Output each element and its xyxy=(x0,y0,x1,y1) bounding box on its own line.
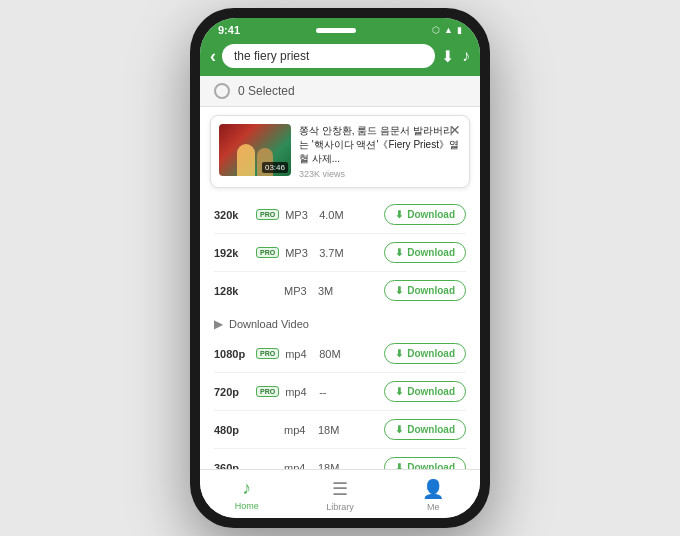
music-note-icon[interactable]: ♪ xyxy=(462,47,470,66)
search-input-wrap[interactable]: the fiery priest xyxy=(222,44,435,68)
video-download-row: 720p PRO mp4 -- ⬇ Download xyxy=(214,373,466,411)
download-button[interactable]: ⬇ Download xyxy=(384,204,466,225)
download-arrow-icon: ⬇ xyxy=(395,424,403,435)
video-card-body: 03:46 쫑삭 안창환, 룸드 음문서 발라버리는 '핵사이다 액션'《Fie… xyxy=(211,116,469,187)
format-label: mp4 xyxy=(284,424,312,436)
download-button[interactable]: ⬇ Download xyxy=(384,280,466,301)
download-button[interactable]: ⬇ Download xyxy=(384,457,466,469)
battery-icon: ▮ xyxy=(457,25,462,35)
home-nav-icon: ♪ xyxy=(242,478,251,499)
video-thumbnail: 03:46 xyxy=(219,124,291,176)
download-button[interactable]: ⬇ Download xyxy=(384,242,466,263)
me-nav-icon: 👤 xyxy=(422,478,444,500)
download-icon[interactable]: ⬇ xyxy=(441,47,454,66)
video-download-row: 360p mp4 18M ⬇ Download xyxy=(214,449,466,469)
bluetooth-icon: ⬡ xyxy=(432,25,440,35)
selected-count-label: 0 Selected xyxy=(238,84,295,98)
video-info: 쫑삭 안창환, 룸드 음문서 발라버리는 '핵사이다 액션'《Fiery Pri… xyxy=(299,124,461,179)
download-btn-label: Download xyxy=(407,285,455,296)
video-download-row: 1080p PRO mp4 80M ⬇ Download xyxy=(214,335,466,373)
phone-screen: 9:41 ⬡ ▲ ▮ ‹ the fiery priest ⬇ ♪ 0 xyxy=(200,18,480,518)
format-label: MP3 xyxy=(285,209,313,221)
video-card: ✕ 03:46 쫑삭 안창환, 룸드 음문서 발라버리는 '핵사이다 액션'《F… xyxy=(210,115,470,188)
back-button[interactable]: ‹ xyxy=(210,46,216,67)
file-size-label: 18M xyxy=(318,424,350,436)
download-arrow-icon: ⬇ xyxy=(395,209,403,220)
quality-label: 192k xyxy=(214,247,250,259)
select-all-checkbox[interactable] xyxy=(214,83,230,99)
quality-label: 320k xyxy=(214,209,250,221)
download-btn-label: Download xyxy=(407,424,455,435)
nav-item-library[interactable]: ☰ Library xyxy=(293,470,386,518)
video-download-row: 480p mp4 18M ⬇ Download xyxy=(214,411,466,449)
file-size-label: 4.0M xyxy=(319,209,351,221)
download-arrow-icon: ⬇ xyxy=(395,348,403,359)
signal-icon: ▲ xyxy=(444,25,453,35)
download-arrow-icon: ⬇ xyxy=(395,386,403,397)
bottom-nav: ♪ Home ☰ Library 👤 Me xyxy=(200,469,480,518)
library-nav-icon: ☰ xyxy=(332,478,348,500)
quality-label: 128k xyxy=(214,285,250,297)
audio-download-row: 192k PRO MP3 3.7M ⬇ Download xyxy=(214,234,466,272)
download-button[interactable]: ⬇ Download xyxy=(384,419,466,440)
quality-label: 360p xyxy=(214,462,250,470)
download-btn-label: Download xyxy=(407,209,455,220)
audio-download-row: 128k MP3 3M ⬇ Download xyxy=(214,272,466,309)
download-button[interactable]: ⬇ Download xyxy=(384,343,466,364)
quality-label: 480p xyxy=(214,424,250,436)
download-arrow-icon: ⬇ xyxy=(395,247,403,258)
pro-badge: PRO xyxy=(256,386,279,397)
close-icon[interactable]: ✕ xyxy=(449,122,461,138)
library-nav-label: Library xyxy=(326,502,354,512)
selected-bar: 0 Selected xyxy=(200,76,480,107)
main-content: ✕ 03:46 쫑삭 안창환, 룸드 음문서 발라버리는 '핵사이다 액션'《F… xyxy=(200,107,480,469)
video-camera-icon: ▶ xyxy=(214,317,223,331)
audio-download-row: 320k PRO MP3 4.0M ⬇ Download xyxy=(214,196,466,234)
format-label: mp4 xyxy=(284,462,312,470)
video-download-section: 1080p PRO mp4 80M ⬇ Download 720p PRO mp… xyxy=(200,335,480,469)
file-size-label: 3.7M xyxy=(319,247,351,259)
format-label: mp4 xyxy=(285,348,313,360)
status-time: 9:41 xyxy=(218,24,240,36)
me-nav-label: Me xyxy=(427,502,440,512)
format-label: MP3 xyxy=(285,247,313,259)
format-label: mp4 xyxy=(285,386,313,398)
phone-frame: 9:41 ⬡ ▲ ▮ ‹ the fiery priest ⬇ ♪ 0 xyxy=(190,8,490,528)
file-size-label: 80M xyxy=(319,348,351,360)
home-nav-label: Home xyxy=(235,501,259,511)
download-button[interactable]: ⬇ Download xyxy=(384,381,466,402)
video-duration: 03:46 xyxy=(262,162,288,173)
format-label: MP3 xyxy=(284,285,312,297)
search-action-icons: ⬇ ♪ xyxy=(441,47,470,66)
pro-badge: PRO xyxy=(256,247,279,258)
quality-label: 1080p xyxy=(214,348,250,360)
quality-label: 720p xyxy=(214,386,250,398)
video-section-text: Download Video xyxy=(229,318,309,330)
audio-download-section: 320k PRO MP3 4.0M ⬇ Download 192k PRO MP… xyxy=(200,196,480,309)
download-arrow-icon: ⬇ xyxy=(395,462,403,469)
search-bar-row: ‹ the fiery priest ⬇ ♪ xyxy=(200,40,480,76)
video-views: 323K views xyxy=(299,169,461,179)
status-bar: 9:41 ⬡ ▲ ▮ xyxy=(200,18,480,40)
download-btn-label: Download xyxy=(407,386,455,397)
download-arrow-icon: ⬇ xyxy=(395,285,403,296)
video-section-label: ▶ Download Video xyxy=(200,309,480,335)
pro-badge: PRO xyxy=(256,209,279,220)
file-size-label: 18M xyxy=(318,462,350,470)
nav-item-home[interactable]: ♪ Home xyxy=(200,470,293,518)
status-notch xyxy=(316,28,356,33)
search-input[interactable]: the fiery priest xyxy=(234,49,423,63)
download-btn-label: Download xyxy=(407,462,455,469)
pro-badge: PRO xyxy=(256,348,279,359)
status-icons: ⬡ ▲ ▮ xyxy=(432,25,462,35)
file-size-label: 3M xyxy=(318,285,350,297)
download-btn-label: Download xyxy=(407,247,455,258)
file-size-label: -- xyxy=(319,386,351,398)
video-title: 쫑삭 안창환, 룸드 음문서 발라버리는 '핵사이다 액션'《Fiery Pri… xyxy=(299,124,461,166)
download-btn-label: Download xyxy=(407,348,455,359)
nav-item-me[interactable]: 👤 Me xyxy=(387,470,480,518)
